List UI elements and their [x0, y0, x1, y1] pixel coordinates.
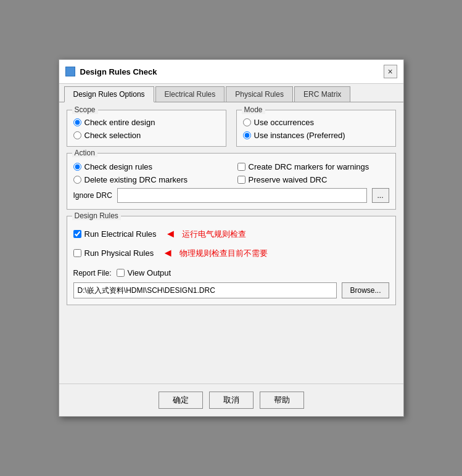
tab-content: Scope Check entire design Check selectio… — [59, 102, 403, 384]
electrical-rules-row: Run Electrical Rules ◄ 运行电气规则检查 — [73, 228, 389, 240]
dialog-footer: 确定 取消 帮助 — [59, 384, 403, 416]
tab-physical-rules[interactable]: Physical Rules — [226, 86, 293, 102]
help-button[interactable]: 帮助 — [260, 392, 304, 409]
electrical-annotation: 运行电气规则检查 — [182, 229, 246, 240]
action-check-design-rules[interactable]: Check design rules — [73, 162, 225, 171]
tab-design-rules-options[interactable]: Design Rules Options — [64, 86, 154, 102]
ignore-drc-row: Ignore DRC ... — [73, 188, 389, 203]
report-browse-button[interactable]: Browse... — [342, 282, 389, 298]
confirm-button[interactable]: 确定 — [159, 392, 203, 409]
report-path-row: Browse... — [73, 282, 389, 298]
mode-option-instances[interactable]: Use instances (Preferred) — [243, 131, 389, 140]
mode-legend: Mode — [242, 105, 265, 114]
action-columns: Check design rules Delete existing DRC m… — [73, 162, 389, 184]
physical-rules-row: Run Physical Rules ◄ 物理规则检查目前不需要 — [73, 247, 389, 260]
run-electrical-rules-check[interactable]: Run Electrical Rules — [73, 229, 157, 239]
action-create-markers[interactable]: Create DRC markers for warnings — [237, 162, 389, 171]
report-file-label: Report File: — [73, 269, 112, 277]
ignore-drc-browse-button[interactable]: ... — [372, 188, 389, 203]
scope-section: Scope Check entire design Check selectio… — [67, 110, 226, 147]
title-bar: Design Rules Check × — [59, 60, 403, 84]
scope-mode-row: Scope Check entire design Check selectio… — [67, 110, 396, 147]
scope-option-entire[interactable]: Check entire design — [73, 118, 220, 127]
design-rules-section: Design Rules Run Electrical Rules ◄ 运行电气… — [67, 216, 396, 305]
physical-arrow-icon: ◄ — [162, 247, 173, 260]
action-legend: Action — [72, 149, 97, 157]
app-icon — [65, 67, 75, 76]
mode-options: Use occurrences Use instances (Preferred… — [243, 118, 389, 140]
scope-legend: Scope — [72, 105, 98, 114]
physical-annotation: 物理规则检查目前不需要 — [179, 248, 268, 259]
action-left-col: Check design rules Delete existing DRC m… — [73, 162, 225, 184]
electrical-arrow-icon: ◄ — [165, 228, 176, 240]
mode-option-occurrences[interactable]: Use occurrences — [243, 118, 389, 127]
action-preserve-waived[interactable]: Preserve waived DRC — [237, 175, 389, 184]
scope-option-selection[interactable]: Check selection — [73, 131, 220, 140]
report-container: Report File: View Output Browse... — [73, 268, 389, 298]
scope-options: Check entire design Check selection — [73, 118, 220, 140]
report-path-input[interactable] — [73, 282, 337, 298]
design-rules-legend: Design Rules — [72, 211, 121, 220]
close-button[interactable]: × — [384, 65, 397, 78]
run-physical-rules-check[interactable]: Run Physical Rules — [73, 248, 154, 258]
mode-section: Mode Use occurrences Use instances (Pref… — [236, 110, 396, 147]
tab-erc-matrix[interactable]: ERC Matrix — [294, 86, 350, 102]
action-right-col: Create DRC markers for warnings Preserve… — [237, 162, 389, 184]
action-section: Action Check design rules Delete existin… — [67, 153, 396, 210]
dialog-title: Design Rules Check — [80, 67, 157, 76]
cancel-button[interactable]: 取消 — [209, 392, 254, 409]
dialog-window: Design Rules Check × Design Rules Option… — [59, 59, 404, 417]
ignore-drc-label: Ignore DRC — [73, 191, 112, 200]
tab-bar: Design Rules Options Electrical Rules Ph… — [59, 84, 403, 102]
tab-electrical-rules[interactable]: Electrical Rules — [155, 86, 225, 102]
action-delete-markers[interactable]: Delete existing DRC markers — [73, 175, 225, 184]
view-output-check[interactable]: View Output — [117, 268, 171, 277]
report-label-row: Report File: View Output — [73, 268, 389, 277]
ignore-drc-input[interactable] — [117, 188, 367, 203]
